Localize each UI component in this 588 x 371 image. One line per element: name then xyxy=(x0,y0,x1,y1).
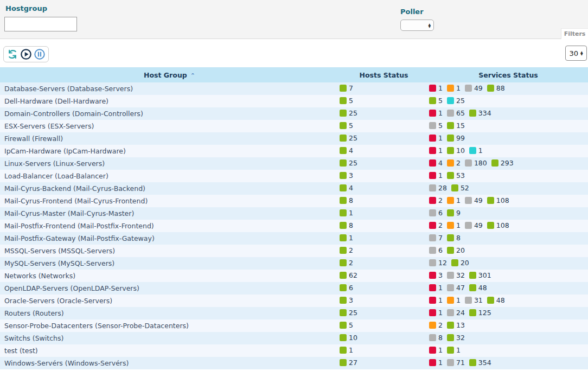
green-status-square-icon xyxy=(451,259,458,266)
gray-status-badge: 6 xyxy=(429,246,443,254)
hostgroup-name-link[interactable]: Firewall (Firewall) xyxy=(0,132,339,145)
hosts-status-cell: 2 xyxy=(339,257,429,270)
filters-tab[interactable]: Filters xyxy=(561,28,588,39)
hostgroup-name-link[interactable]: Load-Balancer (Load-Balancer) xyxy=(0,170,339,182)
hosts-status-cell: 1 xyxy=(339,207,429,220)
orange-status-square-icon xyxy=(447,197,454,204)
hostgroup-name-link[interactable]: Switchs (Switchs) xyxy=(0,332,339,344)
status-count: 293 xyxy=(501,159,514,167)
status-count: 24 xyxy=(456,309,465,317)
status-count: 5 xyxy=(349,121,353,130)
hostgroup-name-link[interactable]: IpCam-Hardware (IpCam-Hardware) xyxy=(0,145,339,157)
page-size-value: 30 xyxy=(569,49,578,57)
host-group-header-label: Host Group xyxy=(144,71,187,79)
red-status-square-icon xyxy=(429,172,436,179)
hosts-status-cell: 25 xyxy=(339,307,429,319)
gray-status-square-icon xyxy=(429,334,436,341)
hostgroup-name-link[interactable]: MySQL-Servers (MySQL-Servers) xyxy=(0,257,339,270)
hostgroup-name-link[interactable]: OpenLDAP-Servers (OpenLDAP-Servers) xyxy=(0,282,339,295)
status-count: 1 xyxy=(438,84,443,92)
green-status-square-icon xyxy=(447,322,454,329)
status-count: 52 xyxy=(461,184,469,192)
table-header-row: Host Group ⌃ Hosts Status Services Statu… xyxy=(0,67,588,82)
green-status-badge: 2 xyxy=(340,246,353,254)
services-status-cell: 525 xyxy=(429,95,588,107)
status-count: 62 xyxy=(349,271,357,279)
green-status-square-icon xyxy=(340,322,347,329)
status-count: 8 xyxy=(456,234,461,242)
green-status-square-icon xyxy=(469,272,476,279)
orange-status-badge: 1 xyxy=(447,221,461,229)
column-header-hosts-status[interactable]: Hosts Status xyxy=(339,67,429,82)
page-size-select[interactable]: 30 ▲▼ xyxy=(565,46,587,61)
column-header-services-status[interactable]: Services Status xyxy=(429,67,588,82)
hostgroup-name-link[interactable]: Mail-Postfix-Frontend (Mail-Postfix-Fron… xyxy=(0,220,339,232)
play-icon[interactable] xyxy=(20,48,33,61)
orange-status-square-icon xyxy=(447,85,454,92)
hostgroup-name-link[interactable]: Oracle-Servers (Oracle-Servers) xyxy=(0,295,339,307)
hostgroup-name-link[interactable]: ESX-Servers (ESX-Servers) xyxy=(0,120,339,132)
status-count: 13 xyxy=(456,321,465,329)
services-status-cell: 1101 xyxy=(429,145,588,157)
pause-icon[interactable] xyxy=(33,48,46,61)
hostgroup-name-link[interactable]: Domain-Controllers (Domain-Controllers) xyxy=(0,107,339,120)
column-header-host-group[interactable]: Host Group ⌃ xyxy=(0,67,339,82)
status-count: 1 xyxy=(438,146,443,155)
green-status-square-icon xyxy=(487,197,494,204)
hostgroup-name-link[interactable]: Mail-Postfix-Gateway (Mail-Postfix-Gatew… xyxy=(0,232,339,245)
table-row: MySQL-Servers (MySQL-Servers)21220 xyxy=(0,257,588,270)
table-row: Dell-Hardware (Dell-Hardware)5525 xyxy=(0,95,588,107)
hostgroup-name-link[interactable]: test (test) xyxy=(0,344,339,357)
table-row: Networks (Networks)62332301 xyxy=(0,270,588,282)
services-status-cell: 832 xyxy=(429,332,588,344)
hostgroup-name-link[interactable]: Routers (Routers) xyxy=(0,307,339,319)
gray-status-square-icon xyxy=(447,272,454,279)
red-status-badge: 1 xyxy=(429,171,443,180)
status-count: 3 xyxy=(349,296,353,304)
services-status-cell: 114988 xyxy=(429,82,588,95)
refresh-icon[interactable] xyxy=(6,48,19,61)
hostgroup-name-link[interactable]: Database-Servers (Database-Servers) xyxy=(0,82,339,95)
table-row: Sensor-Probe-Datacenters (Sensor-Probe-D… xyxy=(0,319,588,332)
hostgroup-input[interactable] xyxy=(4,17,77,31)
hostgroup-name-link[interactable]: MSSQL-Servers (MSSQL-Servers) xyxy=(0,245,339,257)
hostgroup-name-link[interactable]: Networks (Networks) xyxy=(0,270,339,282)
status-count: 2 xyxy=(438,221,443,229)
status-count: 28 xyxy=(438,184,447,192)
hosts-status-cell: 4 xyxy=(339,182,429,195)
status-count: 7 xyxy=(349,84,353,92)
hostgroup-name-link[interactable]: Mail-Cyrus-Backend (Mail-Cyrus-Backend) xyxy=(0,182,339,195)
poller-select[interactable]: ▲▼ xyxy=(400,20,434,31)
green-status-square-icon xyxy=(340,209,347,216)
gray-status-square-icon xyxy=(429,184,436,191)
red-status-badge: 2 xyxy=(429,196,443,204)
hosts-status-cell: 3 xyxy=(339,295,429,307)
hosts-status-cell: 1 xyxy=(339,232,429,245)
hosts-status-cell: 27 xyxy=(339,357,429,369)
red-status-square-icon xyxy=(429,297,436,304)
red-status-badge: 1 xyxy=(429,284,443,292)
hostgroup-name-link[interactable]: Sensor-Probe-Datacenters (Sensor-Probe-D… xyxy=(0,319,339,332)
hostgroup-name-link[interactable]: Dell-Hardware (Dell-Hardware) xyxy=(0,95,339,107)
green-status-square-icon xyxy=(340,259,347,266)
red-status-badge: 1 xyxy=(429,309,443,317)
services-status-cell: 113148 xyxy=(429,295,588,307)
hostgroup-name-link[interactable]: Mail-Cyrus-Frontend (Mail-Cyrus-Frontend… xyxy=(0,195,339,207)
hostgroup-name-link[interactable]: Linux-Servers (Linux-Servers) xyxy=(0,157,339,170)
hostgroup-name-link[interactable]: Windows-Servérs (Windows-Servérs) xyxy=(0,357,339,369)
green-status-square-icon xyxy=(447,172,454,179)
table-row: ESX-Servers (ESX-Servers)5515 xyxy=(0,120,588,132)
hostgroup-name-link[interactable]: Mail-Cyrus-Master (Mail-Cyrus-Master) xyxy=(0,207,339,220)
services-status-cell: 199 xyxy=(429,132,588,145)
hosts-status-cell: 5 xyxy=(339,319,429,332)
hosts-status-cell: 25 xyxy=(339,157,429,170)
green-status-square-icon xyxy=(469,110,476,117)
gray-status-square-icon xyxy=(465,297,472,304)
status-count: 2 xyxy=(349,259,353,267)
status-count: 6 xyxy=(438,209,443,217)
services-status-cell: 78 xyxy=(429,232,588,245)
services-status-cell: 153 xyxy=(429,170,588,182)
table-row: Oracle-Servers (Oracle-Servers)3113148 xyxy=(0,295,588,307)
hosts-status-cell: 2 xyxy=(339,245,429,257)
green-status-badge: 1 xyxy=(340,209,353,217)
